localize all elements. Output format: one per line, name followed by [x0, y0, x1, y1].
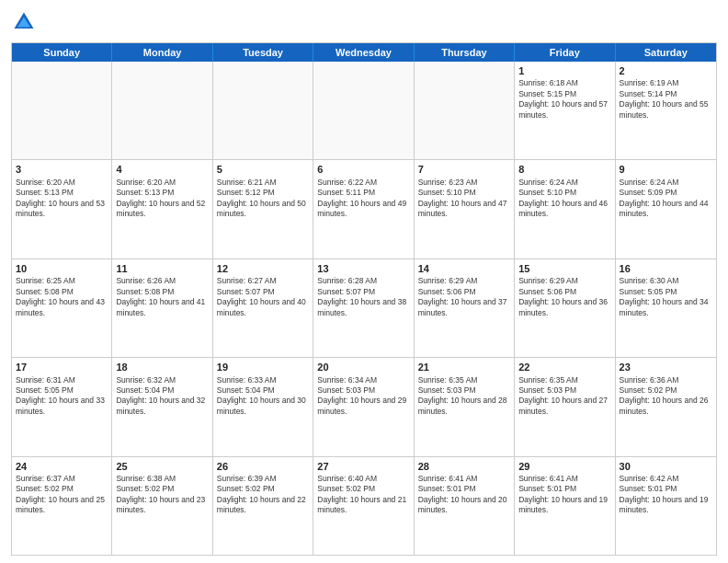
cell-info: Sunrise: 6:29 AMSunset: 5:06 PMDaylight:… — [518, 276, 610, 318]
cell-info: Sunrise: 6:24 AMSunset: 5:09 PMDaylight:… — [620, 178, 712, 220]
cell-info: Sunrise: 6:38 AMSunset: 5:02 PMDaylight:… — [116, 474, 208, 516]
day-header-friday: Friday — [515, 43, 615, 62]
day-number: 16 — [620, 262, 712, 275]
calendar-cell: 10Sunrise: 6:25 AMSunset: 5:08 PMDayligh… — [12, 259, 112, 357]
day-number: 10 — [16, 262, 108, 275]
cell-info: Sunrise: 6:23 AMSunset: 5:10 PMDaylight:… — [418, 178, 510, 220]
day-number: 22 — [518, 361, 610, 373]
calendar-cell: 17Sunrise: 6:31 AMSunset: 5:05 PMDayligh… — [12, 358, 112, 455]
header — [11, 9, 717, 35]
cell-info: Sunrise: 6:30 AMSunset: 5:05 PMDaylight:… — [620, 276, 712, 318]
logo — [11, 9, 40, 35]
calendar-cell: 11Sunrise: 6:26 AMSunset: 5:08 PMDayligh… — [112, 259, 212, 357]
cell-info: Sunrise: 6:21 AMSunset: 5:12 PMDaylight:… — [217, 178, 309, 220]
calendar-row-1: 1Sunrise: 6:18 AMSunset: 5:15 PMDaylight… — [12, 62, 716, 160]
cell-info: Sunrise: 6:22 AMSunset: 5:11 PMDaylight:… — [317, 178, 409, 220]
cell-info: Sunrise: 6:29 AMSunset: 5:06 PMDaylight:… — [418, 276, 510, 318]
calendar-cell: 6Sunrise: 6:22 AMSunset: 5:11 PMDaylight… — [313, 160, 414, 258]
calendar-cell: 21Sunrise: 6:35 AMSunset: 5:03 PMDayligh… — [415, 358, 515, 455]
cell-info: Sunrise: 6:42 AMSunset: 5:01 PMDaylight:… — [620, 474, 712, 516]
calendar-row-5: 24Sunrise: 6:37 AMSunset: 5:02 PMDayligh… — [12, 457, 716, 555]
day-number: 23 — [620, 361, 712, 373]
calendar-cell: 23Sunrise: 6:36 AMSunset: 5:02 PMDayligh… — [616, 358, 716, 455]
calendar-cell: 8Sunrise: 6:24 AMSunset: 5:10 PMDaylight… — [515, 160, 615, 258]
day-number: 28 — [418, 460, 510, 473]
cell-info: Sunrise: 6:39 AMSunset: 5:02 PMDaylight:… — [217, 474, 309, 516]
cell-info: Sunrise: 6:26 AMSunset: 5:08 PMDaylight:… — [116, 276, 208, 318]
day-number: 29 — [518, 460, 610, 473]
calendar-cell: 13Sunrise: 6:28 AMSunset: 5:07 PMDayligh… — [313, 259, 414, 357]
cell-info: Sunrise: 6:20 AMSunset: 5:13 PMDaylight:… — [116, 178, 208, 220]
cell-info: Sunrise: 6:32 AMSunset: 5:04 PMDaylight:… — [116, 375, 208, 418]
day-number: 26 — [217, 460, 309, 473]
calendar: SundayMondayTuesdayWednesdayThursdayFrid… — [11, 42, 717, 556]
day-header-thursday: Thursday — [415, 43, 515, 62]
cell-info: Sunrise: 6:41 AMSunset: 5:01 PMDaylight:… — [418, 474, 510, 516]
day-number: 17 — [16, 361, 108, 373]
calendar-cell — [213, 62, 313, 159]
calendar-cell: 3Sunrise: 6:20 AMSunset: 5:13 PMDaylight… — [12, 160, 112, 258]
day-number: 9 — [620, 163, 712, 176]
cell-info: Sunrise: 6:41 AMSunset: 5:01 PMDaylight:… — [518, 474, 610, 516]
cell-info: Sunrise: 6:36 AMSunset: 5:02 PMDaylight:… — [620, 375, 712, 418]
calendar-cell: 27Sunrise: 6:40 AMSunset: 5:02 PMDayligh… — [313, 457, 414, 555]
day-number: 12 — [217, 262, 309, 275]
calendar-cell: 30Sunrise: 6:42 AMSunset: 5:01 PMDayligh… — [616, 457, 716, 555]
cell-info: Sunrise: 6:35 AMSunset: 5:03 PMDaylight:… — [518, 375, 610, 418]
day-header-sunday: Sunday — [12, 43, 112, 62]
day-number: 14 — [418, 262, 510, 275]
calendar-cell: 14Sunrise: 6:29 AMSunset: 5:06 PMDayligh… — [415, 259, 515, 357]
day-header-saturday: Saturday — [616, 43, 716, 62]
cell-info: Sunrise: 6:18 AMSunset: 5:15 PMDaylight:… — [518, 78, 610, 121]
day-number: 27 — [317, 460, 409, 473]
calendar-cell: 4Sunrise: 6:20 AMSunset: 5:13 PMDaylight… — [112, 160, 212, 258]
cell-info: Sunrise: 6:19 AMSunset: 5:14 PMDaylight:… — [620, 78, 712, 121]
calendar-row-2: 3Sunrise: 6:20 AMSunset: 5:13 PMDaylight… — [12, 160, 716, 259]
day-header-monday: Monday — [112, 43, 212, 62]
cell-info: Sunrise: 6:40 AMSunset: 5:02 PMDaylight:… — [317, 474, 409, 516]
calendar-cell: 12Sunrise: 6:27 AMSunset: 5:07 PMDayligh… — [213, 259, 313, 357]
calendar-cell — [313, 62, 414, 159]
calendar-cell: 26Sunrise: 6:39 AMSunset: 5:02 PMDayligh… — [213, 457, 313, 555]
calendar-cell: 20Sunrise: 6:34 AMSunset: 5:03 PMDayligh… — [313, 358, 414, 455]
cell-info: Sunrise: 6:31 AMSunset: 5:05 PMDaylight:… — [16, 375, 108, 418]
calendar-header: SundayMondayTuesdayWednesdayThursdayFrid… — [12, 43, 716, 62]
day-number: 13 — [317, 262, 409, 275]
calendar-cell — [415, 62, 515, 159]
cell-info: Sunrise: 6:24 AMSunset: 5:10 PMDaylight:… — [518, 178, 610, 220]
day-number: 3 — [16, 163, 108, 176]
day-number: 5 — [217, 163, 309, 176]
cell-info: Sunrise: 6:34 AMSunset: 5:03 PMDaylight:… — [317, 375, 409, 418]
calendar-cell: 22Sunrise: 6:35 AMSunset: 5:03 PMDayligh… — [515, 358, 615, 455]
day-number: 2 — [620, 64, 712, 77]
day-number: 7 — [418, 163, 510, 176]
day-header-tuesday: Tuesday — [213, 43, 313, 62]
day-number: 8 — [518, 163, 610, 176]
day-number: 20 — [317, 361, 409, 373]
page: SundayMondayTuesdayWednesdayThursdayFrid… — [0, 0, 728, 563]
day-number: 21 — [418, 361, 510, 373]
calendar-cell: 18Sunrise: 6:32 AMSunset: 5:04 PMDayligh… — [112, 358, 212, 455]
calendar-cell: 28Sunrise: 6:41 AMSunset: 5:01 PMDayligh… — [415, 457, 515, 555]
day-number: 19 — [217, 361, 309, 373]
calendar-cell — [112, 62, 212, 159]
cell-info: Sunrise: 6:37 AMSunset: 5:02 PMDaylight:… — [16, 474, 108, 516]
cell-info: Sunrise: 6:27 AMSunset: 5:07 PMDaylight:… — [217, 276, 309, 318]
calendar-cell: 7Sunrise: 6:23 AMSunset: 5:10 PMDaylight… — [415, 160, 515, 258]
calendar-body: 1Sunrise: 6:18 AMSunset: 5:15 PMDaylight… — [12, 62, 716, 555]
calendar-cell: 2Sunrise: 6:19 AMSunset: 5:14 PMDaylight… — [616, 62, 716, 159]
day-header-wednesday: Wednesday — [313, 43, 414, 62]
calendar-cell: 5Sunrise: 6:21 AMSunset: 5:12 PMDaylight… — [213, 160, 313, 258]
day-number: 1 — [518, 64, 610, 77]
calendar-cell: 25Sunrise: 6:38 AMSunset: 5:02 PMDayligh… — [112, 457, 212, 555]
day-number: 6 — [317, 163, 409, 176]
calendar-cell: 16Sunrise: 6:30 AMSunset: 5:05 PMDayligh… — [616, 259, 716, 357]
calendar-cell: 15Sunrise: 6:29 AMSunset: 5:06 PMDayligh… — [515, 259, 615, 357]
cell-info: Sunrise: 6:28 AMSunset: 5:07 PMDaylight:… — [317, 276, 409, 318]
calendar-row-4: 17Sunrise: 6:31 AMSunset: 5:05 PMDayligh… — [12, 358, 716, 456]
calendar-cell: 29Sunrise: 6:41 AMSunset: 5:01 PMDayligh… — [515, 457, 615, 555]
day-number: 25 — [116, 460, 208, 473]
cell-info: Sunrise: 6:33 AMSunset: 5:04 PMDaylight:… — [217, 375, 309, 418]
logo-icon — [11, 9, 37, 35]
day-number: 11 — [116, 262, 208, 275]
